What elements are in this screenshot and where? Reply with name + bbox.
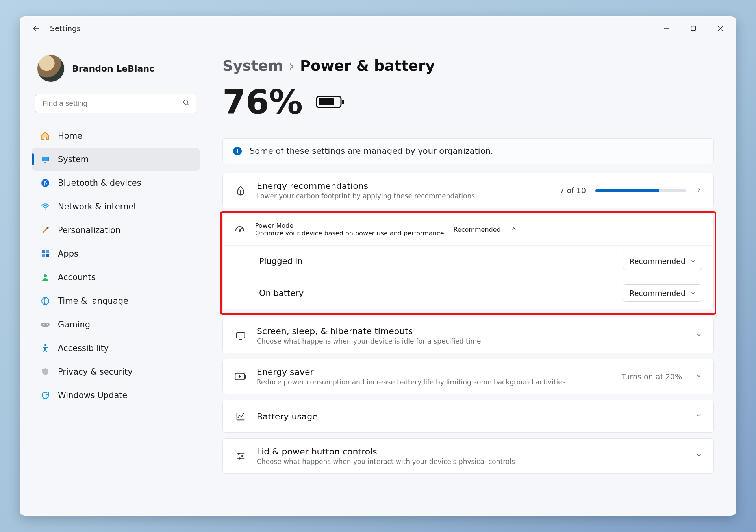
sidebar-item-time-language[interactable]: Time & language xyxy=(32,290,200,312)
sidebar-item-label: Network & internet xyxy=(58,202,137,211)
lid-controls-row[interactable]: Lid & power button controls Choose what … xyxy=(222,438,714,474)
sidebar-item-personalization[interactable]: Personalization xyxy=(32,219,200,242)
sidebar-item-label: Time & language xyxy=(58,296,128,306)
info-icon: i xyxy=(233,147,242,155)
battery-percent: 76% xyxy=(222,82,302,122)
svg-point-10 xyxy=(44,208,46,209)
timeouts-desc: Choose what happens when your device is … xyxy=(257,337,686,345)
svg-rect-15 xyxy=(46,254,49,257)
sliders-icon xyxy=(234,449,247,463)
power-mode-on-battery: On battery Recommended xyxy=(223,277,713,309)
timeouts-row[interactable]: Screen, sleep, & hibernate timeouts Choo… xyxy=(222,318,714,353)
battery-icon xyxy=(316,94,345,110)
sidebar-item-bluetooth[interactable]: Bluetooth & devices xyxy=(32,172,200,194)
sidebar-item-label: Accessibility xyxy=(58,344,109,353)
app-title: Settings xyxy=(50,24,81,33)
svg-point-19 xyxy=(43,324,44,325)
banner-text: Some of these settings are managed by yo… xyxy=(250,146,493,156)
globe-icon xyxy=(40,296,51,307)
svg-rect-28 xyxy=(245,375,246,378)
svg-line-5 xyxy=(187,104,189,105)
chevron-down-icon xyxy=(695,412,702,421)
energy-recommendations-row[interactable]: Energy recommendations Lower your carbon… xyxy=(222,173,714,208)
power-mode-group: Power Mode Optimize your device based on… xyxy=(222,214,714,309)
sidebar-item-network[interactable]: Network & internet xyxy=(32,195,200,218)
svg-point-4 xyxy=(183,100,188,104)
sidebar-item-accounts[interactable]: Accounts xyxy=(32,266,200,289)
sidebar-item-gaming[interactable]: Gaming xyxy=(32,313,200,336)
power-mode-plugged-in: Plugged in Recommended xyxy=(223,245,713,277)
power-mode-desc: Optimize your device based on power use … xyxy=(255,229,444,237)
energy-count: 7 of 10 xyxy=(560,186,586,195)
svg-point-21 xyxy=(44,344,46,346)
svg-rect-18 xyxy=(41,323,50,327)
sidebar-item-label: Apps xyxy=(58,249,78,259)
power-mode-header[interactable]: Power Mode Optimize your device based on… xyxy=(223,214,713,245)
svg-point-16 xyxy=(44,274,47,277)
sidebar-item-system[interactable]: System xyxy=(32,148,200,171)
sidebar-item-privacy[interactable]: Privacy & security xyxy=(32,360,200,383)
svg-rect-7 xyxy=(43,157,48,161)
timeouts-title: Screen, sleep, & hibernate timeouts xyxy=(257,326,686,336)
chevron-right-icon xyxy=(695,186,702,195)
sidebar-item-apps[interactable]: Apps xyxy=(32,242,200,265)
plugged-in-label: Plugged in xyxy=(259,257,303,266)
close-button[interactable] xyxy=(707,19,734,37)
sidebar-item-windows-update[interactable]: Windows Update xyxy=(32,384,200,407)
main-content: System › Power & battery 76% i Some of t… xyxy=(205,40,736,515)
minimize-button[interactable] xyxy=(653,19,680,37)
breadcrumb-root[interactable]: System xyxy=(222,57,283,74)
sidebar-item-accessibility[interactable]: Accessibility xyxy=(32,337,200,360)
chevron-down-icon xyxy=(690,257,696,266)
energy-saver-desc: Reduce power consumption and increase ba… xyxy=(257,378,612,386)
svg-rect-24 xyxy=(319,98,334,105)
search-input[interactable] xyxy=(35,94,196,113)
sidebar-item-label: Windows Update xyxy=(58,391,127,400)
sidebar: Brandon LeBlanc Home System xyxy=(20,40,205,515)
svg-rect-26 xyxy=(237,332,245,338)
brush-icon xyxy=(40,225,51,236)
sidebar-item-label: Home xyxy=(58,131,82,140)
sidebar-item-label: System xyxy=(58,155,89,164)
sidebar-item-label: Gaming xyxy=(58,320,90,329)
shield-icon xyxy=(40,366,51,377)
plugged-in-dropdown[interactable]: Recommended xyxy=(623,253,702,270)
titlebar: Settings xyxy=(20,17,736,40)
gamepad-icon xyxy=(40,319,51,330)
lid-title: Lid & power button controls xyxy=(257,447,686,456)
system-icon xyxy=(40,154,51,165)
battery-usage-row[interactable]: Battery usage xyxy=(222,400,714,433)
svg-rect-8 xyxy=(44,162,46,163)
on-battery-dropdown[interactable]: Recommended xyxy=(623,284,702,302)
svg-rect-13 xyxy=(46,250,49,253)
battery-usage-title: Battery usage xyxy=(257,412,686,421)
sidebar-item-home[interactable]: Home xyxy=(32,124,200,147)
svg-point-9 xyxy=(41,179,49,187)
breadcrumb: System › Power & battery xyxy=(222,57,714,74)
energy-saver-row[interactable]: Energy saver Reduce power consumption an… xyxy=(222,359,714,394)
dropdown-value: Recommended xyxy=(629,257,686,266)
battery-status: 76% xyxy=(222,82,714,122)
energy-progress xyxy=(595,189,686,192)
avatar xyxy=(37,54,65,83)
screen-icon xyxy=(234,329,247,342)
home-icon xyxy=(40,130,51,141)
chevron-down-icon xyxy=(695,331,702,340)
dropdown-value: Recommended xyxy=(629,289,686,297)
accessibility-icon xyxy=(40,343,51,354)
nav: Home System Bluetooth & devices Network … xyxy=(32,124,200,407)
back-button[interactable] xyxy=(30,22,43,35)
chevron-down-icon xyxy=(695,372,702,381)
svg-rect-1 xyxy=(691,26,696,31)
energy-desc: Lower your carbon footprint by applying … xyxy=(257,192,550,200)
chevron-right-icon: › xyxy=(289,57,295,74)
on-battery-label: On battery xyxy=(259,288,304,298)
chart-icon xyxy=(234,410,247,423)
chevron-down-icon xyxy=(695,452,702,460)
org-managed-banner: i Some of these settings are managed by … xyxy=(222,138,714,164)
svg-point-31 xyxy=(239,458,241,459)
maximize-button[interactable] xyxy=(680,19,707,37)
profile[interactable]: Brandon LeBlanc xyxy=(32,52,200,94)
svg-point-30 xyxy=(242,455,243,457)
svg-rect-14 xyxy=(42,254,45,257)
